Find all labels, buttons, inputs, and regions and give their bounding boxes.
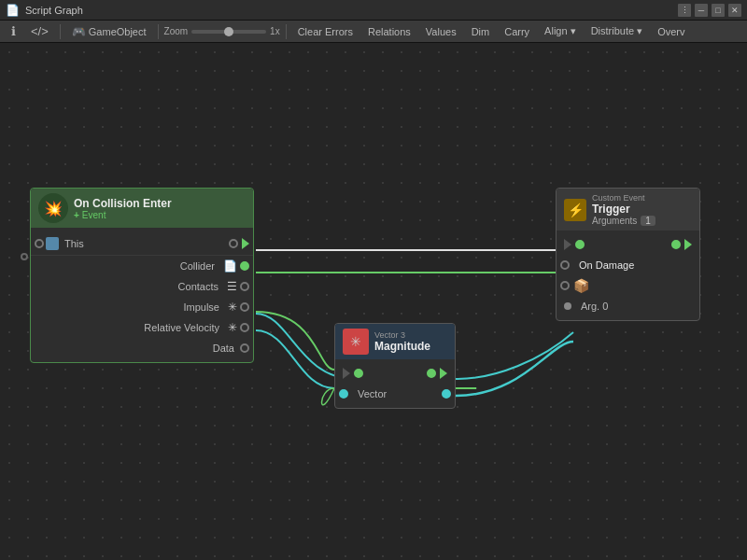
custom-event-category: Custom Event xyxy=(592,193,655,203)
data-label: Data xyxy=(207,343,240,354)
collision-body: This Collider 📄 Contacts ☰ Impulse ✳ xyxy=(31,228,253,362)
this-label: This xyxy=(64,238,84,249)
zoom-label: Zoom xyxy=(164,26,189,36)
custom-event-exec-out xyxy=(684,239,692,250)
gameobject-selector[interactable]: 🎮 GameObject xyxy=(66,22,152,41)
title-bar-title: Script Graph xyxy=(25,5,83,16)
node-custom-event[interactable]: ⚡ Custom Event Trigger Arguments 1 xyxy=(556,188,700,321)
custom-event-exec-row xyxy=(557,234,699,255)
custom-event-header: ⚡ Custom Event Trigger Arguments 1 xyxy=(557,189,699,231)
collision-header-text: On Collision Enter + Event xyxy=(74,197,172,220)
custom-event-title: Trigger xyxy=(592,203,655,216)
gameobject-icon: 🎮 xyxy=(72,25,86,38)
code-button[interactable]: </> xyxy=(25,22,54,41)
custom-event-header-text: Custom Event Trigger Arguments 1 xyxy=(592,193,655,226)
carry-button[interactable]: Carry xyxy=(499,22,535,41)
custom-event-out-green[interactable] xyxy=(671,240,681,249)
data-row: Data xyxy=(31,338,253,358)
toolbar-separator-3 xyxy=(286,24,287,39)
collider-icon: 📄 xyxy=(223,259,237,273)
toolbar-separator-1 xyxy=(60,24,61,39)
toolbar-separator-2 xyxy=(158,24,159,39)
on-damage-port-in[interactable] xyxy=(560,260,570,270)
toolbar: ℹ </> 🎮 GameObject Zoom 1x Clear Errors … xyxy=(0,21,747,43)
canvas-area[interactable]: 💥 On Collision Enter + Event This Collid… xyxy=(0,43,747,560)
arguments-label: Arguments xyxy=(592,216,637,226)
custom-event-in-green[interactable] xyxy=(575,240,585,249)
zoom-control: Zoom 1x xyxy=(164,26,280,36)
contacts-icon: ☰ xyxy=(227,280,237,293)
vector-port-in[interactable] xyxy=(339,389,348,399)
minimize-button[interactable]: ─ xyxy=(695,4,708,17)
collider-label: Collider xyxy=(175,260,220,272)
vector3-header: ✳ Vector 3 Magnitude xyxy=(335,324,455,359)
window-controls: ⋮ ─ □ ✕ xyxy=(678,4,741,17)
collider-row: Collider 📄 xyxy=(31,256,253,276)
plus-icon: + xyxy=(74,210,79,220)
arguments-badge: 1 xyxy=(641,216,655,226)
this-type-icon xyxy=(46,237,59,250)
zoom-slider[interactable] xyxy=(191,30,266,34)
more-button[interactable]: ⋮ xyxy=(678,4,691,17)
vector3-exec-green-out[interactable] xyxy=(427,369,436,378)
collision-header: 💥 On Collision Enter + Event xyxy=(31,189,253,228)
on-damage-row: On Damage xyxy=(557,255,699,275)
impulse-row: Impulse ✳ xyxy=(31,297,253,317)
vector-row: Vector xyxy=(335,384,455,404)
execution-port-out xyxy=(242,238,249,249)
edge-port-left[interactable] xyxy=(21,253,28,260)
vector3-category: Vector 3 xyxy=(374,330,430,340)
align-button[interactable]: Align ▾ xyxy=(539,22,582,41)
custom-event-exec-in xyxy=(564,239,571,250)
info-button[interactable]: ℹ xyxy=(6,22,21,41)
node-collision-enter[interactable]: 💥 On Collision Enter + Event This Collid… xyxy=(30,188,254,363)
arg0-label: Arg. 0 xyxy=(575,301,613,312)
vector-label: Vector xyxy=(352,388,392,399)
collider-port[interactable] xyxy=(240,261,249,271)
script-graph-icon: 📄 xyxy=(6,4,20,17)
on-damage-label: On Damage xyxy=(573,259,640,271)
node-vector3-magnitude[interactable]: ✳ Vector 3 Magnitude Vector xyxy=(334,323,456,409)
cube-icon: 📦 xyxy=(573,278,589,293)
relations-button[interactable]: Relations xyxy=(362,22,416,41)
relative-velocity-row: Relative Velocity ✳ xyxy=(31,317,253,338)
clear-errors-button[interactable]: Clear Errors xyxy=(292,22,359,41)
dim-button[interactable]: Dim xyxy=(466,22,496,41)
this-port-right[interactable] xyxy=(229,239,238,248)
title-bar: 📄 Script Graph ⋮ ─ □ ✕ xyxy=(0,0,747,21)
vector3-exec-row xyxy=(335,363,455,384)
vector3-header-text: Vector 3 Magnitude xyxy=(374,330,430,353)
overview-button[interactable]: Overv xyxy=(652,22,690,41)
vector-port-out[interactable] xyxy=(442,389,451,399)
custom-event-body: On Damage 📦 Arg. 0 xyxy=(557,231,699,320)
vector3-icon: ✳ xyxy=(343,329,369,355)
impulse-port[interactable] xyxy=(240,302,249,312)
values-button[interactable]: Values xyxy=(420,22,462,41)
cube-row: 📦 xyxy=(557,275,699,296)
maximize-button[interactable]: □ xyxy=(712,4,725,17)
vector3-exec-out xyxy=(440,368,447,379)
vector3-exec-green-in[interactable] xyxy=(354,369,363,378)
close-button[interactable]: ✕ xyxy=(728,4,741,17)
distribute-button[interactable]: Distribute ▾ xyxy=(585,22,649,41)
collision-subtitle: + Event xyxy=(74,210,172,220)
collision-title: On Collision Enter xyxy=(74,197,172,210)
vector3-exec-in xyxy=(343,368,350,379)
vector3-title: Magnitude xyxy=(374,340,430,353)
cube-port[interactable] xyxy=(560,281,570,290)
data-port[interactable] xyxy=(240,343,249,353)
vector3-body: Vector xyxy=(335,359,455,408)
contacts-label: Contacts xyxy=(173,281,224,292)
relative-velocity-label: Relative Velocity xyxy=(138,322,225,333)
zoom-value: 1x xyxy=(270,26,280,36)
relative-velocity-icon: ✳ xyxy=(228,321,237,334)
contacts-port[interactable] xyxy=(240,282,249,291)
relative-velocity-port[interactable] xyxy=(240,323,249,332)
contacts-row: Contacts ☰ xyxy=(31,276,253,297)
impulse-label: Impulse xyxy=(177,301,225,313)
impulse-icon: ✳ xyxy=(228,301,237,314)
this-port-left[interactable] xyxy=(35,239,44,248)
this-row: This xyxy=(31,231,253,256)
arg0-row: Arg. 0 xyxy=(557,296,699,316)
zoom-slider-thumb xyxy=(224,27,233,36)
